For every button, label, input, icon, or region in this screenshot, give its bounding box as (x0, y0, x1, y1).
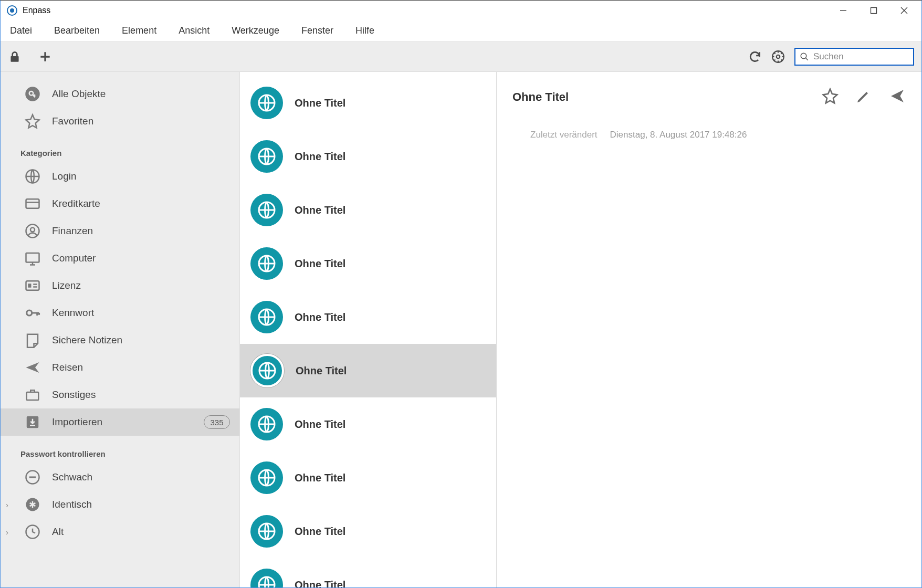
sidebar-item-label: Finanzen (52, 225, 230, 237)
settings-button[interactable] (771, 50, 785, 64)
sidebar-audit-old[interactable]: ›Alt (1, 518, 239, 545)
add-button[interactable] (38, 50, 52, 64)
note-icon (24, 331, 41, 349)
sidebar-item-label: Computer (52, 253, 230, 264)
list-item[interactable]: Ohne Titel (240, 183, 496, 237)
item-title: Ohne Titel (295, 311, 345, 323)
search-box[interactable] (794, 48, 914, 66)
window-maximize-button[interactable] (858, 1, 889, 20)
sidebar-item-label: Sonstiges (52, 389, 230, 401)
sidebar-category-import[interactable]: Importieren335 (1, 408, 239, 436)
sidebar-item-label: Importieren (52, 416, 193, 428)
item-title: Ohne Titel (295, 151, 345, 163)
item-list: Ohne TitelOhne TitelOhne TitelOhne Titel… (239, 72, 497, 587)
menu-hilfe[interactable]: Hilfe (353, 23, 376, 38)
globe-icon (250, 247, 283, 280)
share-button[interactable] (889, 88, 906, 107)
sidebar-category-password[interactable]: Kennwort (1, 299, 239, 327)
edit-button[interactable] (855, 88, 872, 107)
sidebar-category-creditcard[interactable]: Kreditkarte (1, 190, 239, 217)
asterisk-icon (24, 496, 41, 513)
sidebar: Alle ObjekteFavoritenKategorienLoginKred… (1, 72, 239, 587)
menu-element[interactable]: Element (120, 23, 159, 38)
modified-label: Zuletzt verändert (530, 130, 598, 140)
detail-title: Ohne Titel (512, 90, 822, 104)
star-icon (24, 112, 41, 130)
sidebar-top-all[interactable]: Alle Objekte (1, 80, 239, 108)
item-title: Ohne Titel (295, 258, 345, 270)
toolbar (1, 41, 921, 72)
sidebar-audit-weak[interactable]: Schwach (1, 464, 239, 491)
item-title: Ohne Titel (296, 365, 347, 377)
globe-icon (250, 140, 283, 173)
globe-icon (24, 167, 41, 185)
list-item[interactable]: Ohne Titel (240, 76, 496, 130)
item-title: Ohne Titel (295, 204, 345, 216)
globe-icon (250, 408, 283, 440)
sidebar-item-label: Login (52, 171, 230, 182)
menu-fenster[interactable]: Fenster (299, 23, 336, 38)
menu-ansicht[interactable]: Ansicht (176, 23, 212, 38)
search-input[interactable] (813, 51, 922, 62)
search-icon (800, 52, 809, 61)
briefcase-icon (24, 386, 41, 404)
sidebar-audit-identical[interactable]: ›Identisch (1, 491, 239, 518)
window-minimize-button[interactable] (828, 1, 858, 20)
modified-value: Dienstag, 8. August 2017 19:48:26 (610, 130, 747, 140)
menu-werkzeuge[interactable]: Werkzeuge (229, 23, 281, 38)
sidebar-category-computer[interactable]: Computer (1, 245, 239, 272)
globe-icon (250, 301, 283, 333)
list-item[interactable]: Ohne Titel (240, 558, 496, 587)
favorite-button[interactable] (822, 88, 839, 107)
plane-icon (24, 359, 41, 376)
sidebar-category-travel[interactable]: Reisen (1, 354, 239, 381)
window-title: Enpass (23, 6, 50, 15)
sidebar-category-license[interactable]: Lizenz (1, 272, 239, 299)
audit-header: Passwort kontrollieren (1, 436, 239, 464)
menu-datei[interactable]: Datei (8, 23, 34, 38)
globe-icon (250, 87, 283, 119)
sidebar-category-finance[interactable]: Finanzen (1, 217, 239, 245)
circle-key-icon (24, 85, 41, 103)
list-item[interactable]: Ohne Titel (240, 130, 496, 183)
main-area: Alle ObjekteFavoritenKategorienLoginKred… (1, 72, 921, 587)
sidebar-category-misc[interactable]: Sonstiges (1, 381, 239, 408)
list-item[interactable]: Ohne Titel (240, 451, 496, 505)
clock-icon (24, 523, 41, 541)
globe-icon (250, 194, 283, 226)
badge-count: 335 (204, 415, 230, 429)
list-item[interactable]: Ohne Titel (240, 290, 496, 344)
list-item[interactable]: Ohne Titel (240, 397, 496, 451)
menu-bearbeiten[interactable]: Bearbeiten (52, 23, 102, 38)
item-title: Ohne Titel (295, 418, 345, 430)
sidebar-item-label: Alle Objekte (52, 88, 230, 100)
sidebar-item-label: Sichere Notizen (52, 334, 230, 346)
sidebar-category-login[interactable]: Login (1, 163, 239, 190)
window-close-button[interactable] (889, 1, 919, 20)
sidebar-item-label: Identisch (52, 499, 230, 510)
sidebar-item-label: Schwach (52, 471, 230, 483)
lock-button[interactable] (8, 50, 22, 64)
list-item[interactable]: Ohne Titel (240, 237, 496, 290)
globe-icon (250, 515, 283, 548)
profile-icon (24, 222, 41, 240)
item-title: Ohne Titel (295, 579, 345, 588)
sidebar-item-label: Kreditkarte (52, 198, 230, 209)
sync-button[interactable] (748, 50, 762, 64)
list-item[interactable]: Ohne Titel (240, 505, 496, 558)
item-title: Ohne Titel (295, 526, 345, 538)
categories-header: Kategorien (1, 135, 239, 163)
sidebar-top-fav[interactable]: Favoriten (1, 108, 239, 135)
menubar: Datei Bearbeiten Element Ansicht Werkzeu… (1, 20, 921, 41)
sidebar-category-notes[interactable]: Sichere Notizen (1, 327, 239, 354)
sidebar-item-label: Kennwort (52, 307, 230, 319)
detail-pane: Ohne Titel Zuletzt verändert Dienstag, 8… (497, 72, 921, 587)
monitor-icon (24, 249, 41, 267)
expand-icon: › (6, 500, 8, 509)
globe-icon (250, 569, 283, 587)
list-item[interactable]: Ohne Titel (240, 344, 496, 397)
key-icon (24, 304, 41, 322)
item-title: Ohne Titel (295, 472, 345, 484)
sidebar-item-label: Alt (52, 526, 230, 538)
app-icon (7, 5, 17, 16)
